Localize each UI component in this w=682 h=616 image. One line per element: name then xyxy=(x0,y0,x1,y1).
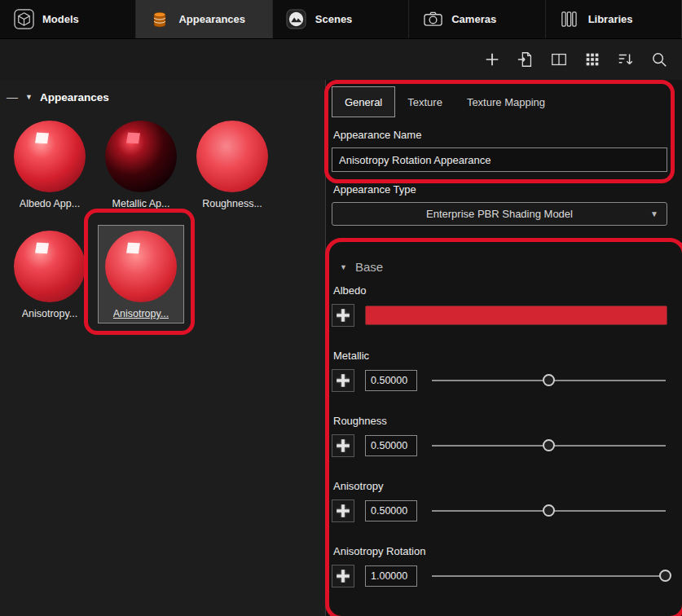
scene-image-icon xyxy=(286,9,307,30)
add-texture-button[interactable] xyxy=(332,565,354,587)
property-controls: 1.00000 xyxy=(332,565,667,587)
search-icon[interactable] xyxy=(649,50,669,69)
chevron-down-icon: ▼ xyxy=(340,263,347,271)
slider-thumb[interactable] xyxy=(659,570,671,582)
library-binders-icon xyxy=(559,9,580,30)
add-texture-button[interactable] xyxy=(332,434,354,457)
appearance-cylinder-icon xyxy=(149,9,170,30)
material-sphere-preview xyxy=(105,121,177,192)
add-texture-button[interactable] xyxy=(332,369,354,392)
main-area: — ▼ Appearances Albedo App... Metallic A… xyxy=(0,80,682,616)
property-controls: 0.50000 xyxy=(332,434,667,457)
chevron-down-icon[interactable]: ▼ xyxy=(25,93,33,101)
slider-thumb[interactable] xyxy=(543,374,555,386)
property-controls: 0.50000 xyxy=(332,369,667,392)
tab-label: Models xyxy=(42,13,79,25)
metallic-slider[interactable] xyxy=(432,369,666,392)
property-controls: 0.50000 xyxy=(332,499,667,522)
tab-cameras[interactable]: Cameras xyxy=(409,0,545,38)
slider-thumb[interactable] xyxy=(543,439,555,451)
plus-icon xyxy=(333,306,353,325)
tab-label: Cameras xyxy=(451,13,496,25)
add-texture-button[interactable] xyxy=(332,499,354,522)
property-label: Albedo xyxy=(333,284,667,297)
property-label: Roughness xyxy=(333,415,667,427)
material-sphere-preview xyxy=(105,231,177,302)
property-roughness: Roughness 0.50000 xyxy=(332,415,667,457)
sort-icon[interactable] xyxy=(616,50,636,69)
main-tab-bar: Models Appearances Scenes xyxy=(0,0,682,38)
dropdown-value: Enterprise PBR Shading Model xyxy=(426,208,573,220)
thumbnail-label: Anisotropy... xyxy=(22,308,78,319)
camera-icon xyxy=(422,9,443,30)
property-label: Anisotropy Rotation xyxy=(333,545,667,557)
material-sphere-preview xyxy=(14,121,86,192)
tab-label: Libraries xyxy=(588,13,633,25)
thumbnail-label: Roughness... xyxy=(202,198,262,209)
thumbnail-label: Anisotropy... xyxy=(113,308,169,319)
toolbar xyxy=(0,38,682,80)
roughness-value-input[interactable]: 0.50000 xyxy=(365,435,417,456)
tab-label: Scenes xyxy=(315,13,353,25)
appearance-name-input[interactable] xyxy=(332,147,667,172)
appearance-properties-panel: General Texture Texture Mapping Appearan… xyxy=(326,80,682,616)
property-albedo: Albedo xyxy=(332,284,667,327)
export-icon[interactable] xyxy=(516,50,535,69)
material-sphere-preview xyxy=(196,121,268,192)
slider-thumb[interactable] xyxy=(543,504,555,517)
thumbnail-label: Albedo App... xyxy=(20,198,80,209)
add-texture-button[interactable] xyxy=(332,304,354,327)
property-anisotropy: Anisotropy 0.50000 xyxy=(332,480,667,522)
collapse-all-icon[interactable]: — xyxy=(7,90,18,103)
appearance-type-label: Appearance Type xyxy=(333,183,667,196)
material-sphere-preview xyxy=(14,231,86,302)
base-section-header[interactable]: ▼ Base xyxy=(340,260,667,274)
tab-appearances[interactable]: Appearances xyxy=(136,0,272,38)
property-controls xyxy=(332,304,667,327)
tab-texture[interactable]: Texture xyxy=(395,86,455,117)
tab-label: Appearances xyxy=(178,13,245,25)
panel-title: Appearances xyxy=(40,91,109,103)
appearance-thumbnail-albedo[interactable]: Albedo App... xyxy=(7,115,93,213)
split-view-icon[interactable] xyxy=(549,50,569,69)
cube-icon xyxy=(13,9,34,30)
thumbnail-label: Metallic Ap... xyxy=(112,198,170,209)
appearance-type-dropdown[interactable]: Enterprise PBR Shading Model ▼ xyxy=(332,202,667,226)
property-metallic: Metallic 0.50000 xyxy=(332,350,667,392)
plus-icon xyxy=(333,371,353,390)
chevron-down-icon: ▼ xyxy=(650,209,658,218)
albedo-color-swatch[interactable] xyxy=(365,306,667,325)
anisotropy-value-input[interactable]: 0.50000 xyxy=(365,500,417,521)
slider-track xyxy=(432,575,666,577)
plus-icon xyxy=(333,566,353,586)
tab-libraries[interactable]: Libraries xyxy=(546,0,682,38)
thumbnail-grid: Albedo App... Metallic Ap... Roughness..… xyxy=(0,107,325,333)
section-title: Base xyxy=(355,260,383,274)
roughness-slider[interactable] xyxy=(432,434,666,457)
panel-header: — ▼ Appearances xyxy=(0,80,325,107)
thumbnail-grid-icon[interactable] xyxy=(583,50,602,69)
properties-tab-bar: General Texture Texture Mapping xyxy=(332,86,667,117)
appearances-list-panel: — ▼ Appearances Albedo App... Metallic A… xyxy=(0,80,326,616)
appearance-thumbnail-metallic[interactable]: Metallic Ap... xyxy=(98,115,184,213)
appearance-name-label: Appearance Name xyxy=(333,129,667,141)
metallic-value-input[interactable]: 0.50000 xyxy=(365,370,417,391)
add-icon[interactable] xyxy=(482,50,502,69)
tab-scenes[interactable]: Scenes xyxy=(273,0,409,38)
tab-general[interactable]: General xyxy=(332,86,395,117)
appearance-thumbnail-roughness[interactable]: Roughness... xyxy=(189,115,275,213)
anisotropy-rotation-value-input[interactable]: 1.00000 xyxy=(365,565,417,587)
property-label: Anisotropy xyxy=(333,480,667,492)
appearance-thumbnail-anisotropy[interactable]: Anisotropy... xyxy=(7,225,93,323)
property-anisotropy-rotation: Anisotropy Rotation 1.00000 xyxy=(332,545,667,587)
tab-models[interactable]: Models xyxy=(0,0,136,38)
anisotropy-slider[interactable] xyxy=(432,499,666,522)
appearance-thumbnail-anisotropy-rotation-selected[interactable]: Anisotropy... xyxy=(98,225,184,323)
property-label: Metallic xyxy=(333,350,667,362)
tab-texture-mapping[interactable]: Texture Mapping xyxy=(455,86,557,117)
plus-icon xyxy=(333,501,353,521)
anisotropy-rotation-slider[interactable] xyxy=(432,565,666,587)
plus-icon xyxy=(333,436,353,455)
